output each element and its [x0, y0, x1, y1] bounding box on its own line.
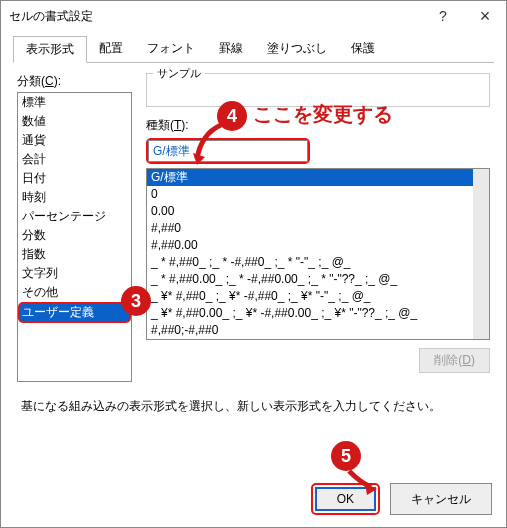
- format-row[interactable]: G/標準: [147, 169, 489, 186]
- tab-border[interactable]: 罫線: [207, 36, 255, 63]
- callout-3: 3: [121, 286, 151, 316]
- callout-4: 4: [217, 101, 247, 131]
- callout-4-text: ここを変更する: [253, 101, 393, 128]
- category-item[interactable]: 数値: [18, 112, 131, 131]
- format-row[interactable]: #,##0: [147, 220, 489, 237]
- format-list[interactable]: G/標準 0 0.00 #,##0 #,##0.00 _ * #,##0_ ;_…: [146, 168, 490, 340]
- category-item[interactable]: その他: [18, 283, 131, 302]
- format-row[interactable]: _ ¥* #,##0_ ;_ ¥* -#,##0_ ;_ ¥* "-"_ ;_ …: [147, 288, 489, 305]
- tab-alignment[interactable]: 配置: [87, 36, 135, 63]
- format-row[interactable]: _ ¥* #,##0.00_ ;_ ¥* -#,##0.00_ ;_ ¥* "-…: [147, 305, 489, 322]
- format-row[interactable]: _ * #,##0_ ;_ * -#,##0_ ;_ * "-"_ ;_ @_: [147, 254, 489, 271]
- dialog-buttons: OK キャンセル: [311, 483, 492, 515]
- hint-text: 基になる組み込みの表示形式を選択し、新しい表示形式を入力してください。: [17, 382, 490, 419]
- category-label: 分類(C):: [17, 73, 132, 90]
- category-item[interactable]: 通貨: [18, 131, 131, 150]
- sample-label: サンプル: [153, 66, 205, 81]
- format-row[interactable]: #,##0;[赤]-#,##0: [147, 339, 489, 340]
- category-item-custom[interactable]: ユーザー定義: [18, 302, 131, 323]
- close-button[interactable]: ×: [464, 1, 506, 31]
- format-row[interactable]: 0: [147, 186, 489, 203]
- scrollbar[interactable]: [473, 169, 489, 339]
- tab-protection[interactable]: 保護: [339, 36, 387, 63]
- category-item[interactable]: 会計: [18, 150, 131, 169]
- category-item[interactable]: 分数: [18, 226, 131, 245]
- category-list[interactable]: 標準 数値 通貨 会計 日付 時刻 パーセンテージ 分数 指数 文字列 その他 …: [17, 92, 132, 382]
- category-item[interactable]: 日付: [18, 169, 131, 188]
- format-row[interactable]: #,##0;-#,##0: [147, 322, 489, 339]
- tab-font[interactable]: フォント: [135, 36, 207, 63]
- format-cells-dialog: セルの書式設定 ? × 表示形式 配置 フォント 罫線 塗りつぶし 保護 分類(…: [0, 0, 507, 528]
- arrow-icon: [343, 469, 383, 497]
- tab-fill[interactable]: 塗りつぶし: [255, 36, 339, 63]
- category-item[interactable]: 時刻: [18, 188, 131, 207]
- delete-button: 削除(D): [419, 348, 490, 373]
- category-item[interactable]: 指数: [18, 245, 131, 264]
- titlebar: セルの書式設定 ? ×: [1, 1, 506, 31]
- window-title: セルの書式設定: [9, 8, 422, 25]
- category-item[interactable]: 文字列: [18, 264, 131, 283]
- cancel-button[interactable]: キャンセル: [390, 483, 492, 515]
- format-row[interactable]: 0.00: [147, 203, 489, 220]
- category-item[interactable]: パーセンテージ: [18, 207, 131, 226]
- tab-strip: 表示形式 配置 フォント 罫線 塗りつぶし 保護: [13, 35, 494, 63]
- format-row[interactable]: _ * #,##0.00_ ;_ * -#,##0.00_ ;_ * "-"??…: [147, 271, 489, 288]
- help-button[interactable]: ?: [422, 1, 464, 31]
- category-item[interactable]: 標準: [18, 93, 131, 112]
- callout-5: 5: [331, 441, 361, 471]
- format-row[interactable]: #,##0.00: [147, 237, 489, 254]
- tab-number-format[interactable]: 表示形式: [13, 36, 87, 63]
